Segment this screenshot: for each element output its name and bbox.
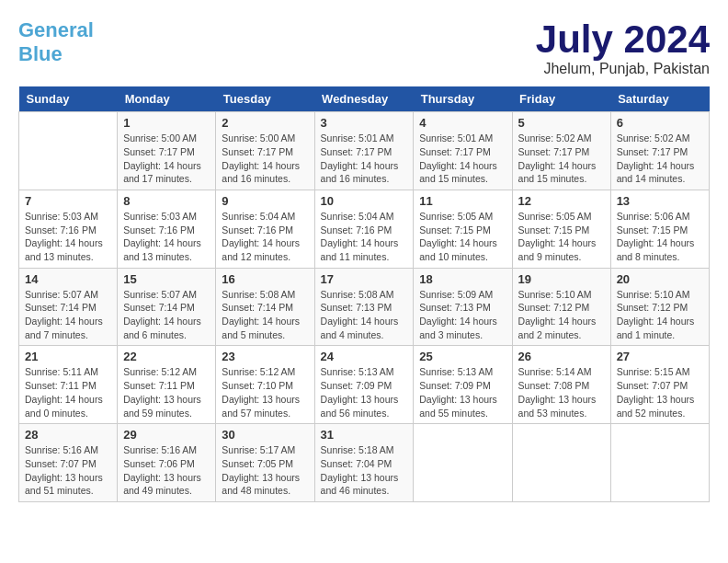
day-number: 22 <box>123 350 210 363</box>
logo-general: General <box>18 18 94 41</box>
calendar-cell: 6Sunrise: 5:02 AM Sunset: 7:17 PM Daylig… <box>610 112 709 190</box>
day-info: Sunrise: 5:03 AM Sunset: 7:16 PM Dayligh… <box>25 210 111 264</box>
day-number: 30 <box>222 428 308 442</box>
day-number: 21 <box>25 350 111 363</box>
logo-text: General Blue <box>18 18 94 66</box>
day-info: Sunrise: 5:10 AM Sunset: 7:12 PM Dayligh… <box>518 288 605 342</box>
day-info: Sunrise: 5:04 AM Sunset: 7:16 PM Dayligh… <box>321 210 408 264</box>
logo: General Blue <box>18 18 94 66</box>
col-tuesday: Tuesday <box>216 86 314 112</box>
col-wednesday: Wednesday <box>314 86 414 112</box>
calendar-cell: 26Sunrise: 5:14 AM Sunset: 7:08 PM Dayli… <box>512 346 610 424</box>
calendar-cell: 9Sunrise: 5:04 AM Sunset: 7:16 PM Daylig… <box>216 190 314 268</box>
calendar-week-row: 21Sunrise: 5:11 AM Sunset: 7:11 PM Dayli… <box>19 346 710 424</box>
day-number: 2 <box>222 116 308 130</box>
day-info: Sunrise: 5:02 AM Sunset: 7:17 PM Dayligh… <box>518 132 605 186</box>
day-info: Sunrise: 5:02 AM Sunset: 7:17 PM Dayligh… <box>617 132 703 186</box>
calendar-cell: 18Sunrise: 5:09 AM Sunset: 7:13 PM Dayli… <box>414 268 512 346</box>
calendar-cell: 2Sunrise: 5:00 AM Sunset: 7:17 PM Daylig… <box>216 112 314 190</box>
day-number: 23 <box>222 350 308 363</box>
calendar-cell: 11Sunrise: 5:05 AM Sunset: 7:15 PM Dayli… <box>414 190 512 268</box>
calendar-cell: 29Sunrise: 5:16 AM Sunset: 7:06 PM Dayli… <box>118 424 216 502</box>
day-info: Sunrise: 5:16 AM Sunset: 7:07 PM Dayligh… <box>25 443 111 498</box>
day-info: Sunrise: 5:03 AM Sunset: 7:16 PM Dayligh… <box>123 210 210 264</box>
day-number: 8 <box>123 194 210 208</box>
logo-blue: Blue <box>18 42 63 65</box>
calendar-cell: 13Sunrise: 5:06 AM Sunset: 7:15 PM Dayli… <box>610 190 709 268</box>
col-sunday: Sunday <box>19 86 118 112</box>
day-number: 13 <box>617 194 703 208</box>
day-info: Sunrise: 5:13 AM Sunset: 7:09 PM Dayligh… <box>321 365 408 419</box>
calendar-cell: 23Sunrise: 5:12 AM Sunset: 7:10 PM Dayli… <box>216 346 314 424</box>
day-number: 6 <box>617 116 703 130</box>
calendar-cell: 17Sunrise: 5:08 AM Sunset: 7:13 PM Dayli… <box>314 268 414 346</box>
calendar-cell: 20Sunrise: 5:10 AM Sunset: 7:12 PM Dayli… <box>610 268 709 346</box>
calendar-cell: 30Sunrise: 5:17 AM Sunset: 7:05 PM Dayli… <box>216 424 314 502</box>
day-number: 24 <box>321 350 408 363</box>
calendar-cell: 14Sunrise: 5:07 AM Sunset: 7:14 PM Dayli… <box>19 268 118 346</box>
day-info: Sunrise: 5:07 AM Sunset: 7:14 PM Dayligh… <box>25 288 111 342</box>
day-info: Sunrise: 5:01 AM Sunset: 7:17 PM Dayligh… <box>321 132 408 186</box>
calendar-cell <box>414 424 512 502</box>
day-number: 17 <box>321 272 408 286</box>
calendar-cell: 4Sunrise: 5:01 AM Sunset: 7:17 PM Daylig… <box>414 112 512 190</box>
calendar-cell: 25Sunrise: 5:13 AM Sunset: 7:09 PM Dayli… <box>414 346 512 424</box>
month-year: July 2024 <box>536 18 710 61</box>
calendar-cell: 5Sunrise: 5:02 AM Sunset: 7:17 PM Daylig… <box>512 112 610 190</box>
col-monday: Monday <box>118 86 216 112</box>
calendar-cell <box>610 424 709 502</box>
calendar-cell: 1Sunrise: 5:00 AM Sunset: 7:17 PM Daylig… <box>118 112 216 190</box>
day-number: 4 <box>419 116 506 130</box>
day-number: 3 <box>321 116 408 130</box>
day-info: Sunrise: 5:11 AM Sunset: 7:11 PM Dayligh… <box>25 365 111 419</box>
calendar-cell: 27Sunrise: 5:15 AM Sunset: 7:07 PM Dayli… <box>610 346 709 424</box>
day-number: 26 <box>518 350 605 363</box>
day-info: Sunrise: 5:06 AM Sunset: 7:15 PM Dayligh… <box>617 210 703 264</box>
day-info: Sunrise: 5:00 AM Sunset: 7:17 PM Dayligh… <box>222 132 308 186</box>
calendar-cell: 8Sunrise: 5:03 AM Sunset: 7:16 PM Daylig… <box>118 190 216 268</box>
calendar-cell: 3Sunrise: 5:01 AM Sunset: 7:17 PM Daylig… <box>314 112 414 190</box>
day-info: Sunrise: 5:00 AM Sunset: 7:17 PM Dayligh… <box>123 132 210 186</box>
day-number: 31 <box>321 428 408 442</box>
day-number: 20 <box>617 272 703 286</box>
day-info: Sunrise: 5:16 AM Sunset: 7:06 PM Dayligh… <box>123 443 210 498</box>
day-number: 27 <box>617 350 703 363</box>
calendar-cell: 16Sunrise: 5:08 AM Sunset: 7:14 PM Dayli… <box>216 268 314 346</box>
day-info: Sunrise: 5:12 AM Sunset: 7:11 PM Dayligh… <box>123 365 210 419</box>
page-header: General Blue July 2024 Jhelum, Punjab, P… <box>18 18 710 77</box>
calendar-week-row: 1Sunrise: 5:00 AM Sunset: 7:17 PM Daylig… <box>19 112 710 190</box>
calendar-week-row: 14Sunrise: 5:07 AM Sunset: 7:14 PM Dayli… <box>19 268 710 346</box>
day-number: 16 <box>222 272 308 286</box>
calendar-cell <box>512 424 610 502</box>
location: Jhelum, Punjab, Pakistan <box>536 61 710 77</box>
day-number: 9 <box>222 194 308 208</box>
day-info: Sunrise: 5:08 AM Sunset: 7:13 PM Dayligh… <box>321 288 408 342</box>
calendar-header-row: Sunday Monday Tuesday Wednesday Thursday… <box>19 86 710 112</box>
day-info: Sunrise: 5:09 AM Sunset: 7:13 PM Dayligh… <box>419 288 506 342</box>
day-info: Sunrise: 5:12 AM Sunset: 7:10 PM Dayligh… <box>222 365 308 419</box>
day-number: 11 <box>419 194 506 208</box>
day-info: Sunrise: 5:13 AM Sunset: 7:09 PM Dayligh… <box>419 365 506 419</box>
day-number: 28 <box>25 428 111 442</box>
day-number: 12 <box>518 194 605 208</box>
calendar-cell: 31Sunrise: 5:18 AM Sunset: 7:04 PM Dayli… <box>314 424 414 502</box>
calendar-cell: 22Sunrise: 5:12 AM Sunset: 7:11 PM Dayli… <box>118 346 216 424</box>
day-info: Sunrise: 5:05 AM Sunset: 7:15 PM Dayligh… <box>518 210 605 264</box>
day-number: 14 <box>25 272 111 286</box>
day-info: Sunrise: 5:14 AM Sunset: 7:08 PM Dayligh… <box>518 365 605 419</box>
day-number: 25 <box>419 350 506 363</box>
calendar-week-row: 7Sunrise: 5:03 AM Sunset: 7:16 PM Daylig… <box>19 190 710 268</box>
day-info: Sunrise: 5:15 AM Sunset: 7:07 PM Dayligh… <box>617 365 703 419</box>
day-info: Sunrise: 5:08 AM Sunset: 7:14 PM Dayligh… <box>222 288 308 342</box>
day-number: 10 <box>321 194 408 208</box>
calendar-week-row: 28Sunrise: 5:16 AM Sunset: 7:07 PM Dayli… <box>19 424 710 502</box>
col-friday: Friday <box>512 86 610 112</box>
day-info: Sunrise: 5:18 AM Sunset: 7:04 PM Dayligh… <box>321 443 408 498</box>
calendar-cell: 12Sunrise: 5:05 AM Sunset: 7:15 PM Dayli… <box>512 190 610 268</box>
day-info: Sunrise: 5:10 AM Sunset: 7:12 PM Dayligh… <box>617 288 703 342</box>
col-thursday: Thursday <box>414 86 512 112</box>
day-number: 1 <box>123 116 210 130</box>
day-info: Sunrise: 5:05 AM Sunset: 7:15 PM Dayligh… <box>419 210 506 264</box>
calendar-cell: 21Sunrise: 5:11 AM Sunset: 7:11 PM Dayli… <box>19 346 118 424</box>
day-number: 29 <box>123 428 210 442</box>
